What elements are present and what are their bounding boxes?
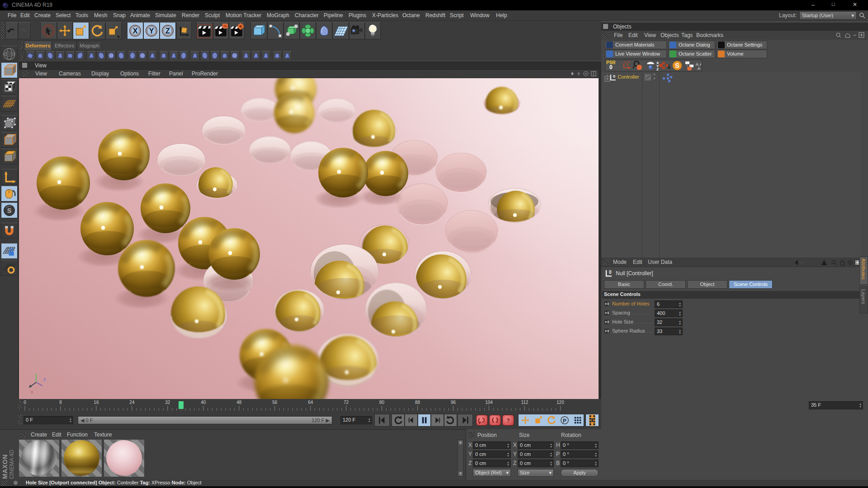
svg-text:40: 40	[201, 400, 206, 405]
svg-text:?: ?	[506, 417, 510, 424]
svg-text:24: 24	[129, 400, 135, 405]
svg-text:S: S	[675, 62, 679, 69]
svg-text:x: x	[31, 389, 33, 394]
svg-text:Z: Z	[656, 67, 659, 70]
svg-text:64: 64	[308, 400, 313, 405]
svg-text:0: 0	[24, 400, 26, 405]
svg-text:S: S	[7, 207, 12, 214]
svg-text:X: X	[133, 27, 138, 35]
svg-text:120: 120	[557, 400, 564, 405]
svg-text:80: 80	[379, 400, 385, 405]
svg-text:72: 72	[344, 400, 349, 405]
svg-text:56: 56	[272, 400, 278, 405]
svg-text:48: 48	[236, 400, 242, 405]
svg-text:0: 0	[609, 270, 612, 275]
svg-text:0: 0	[613, 74, 615, 79]
svg-text:88: 88	[415, 400, 420, 405]
svg-text:112: 112	[521, 400, 528, 405]
svg-text:P: P	[563, 418, 566, 423]
svg-text:104: 104	[485, 400, 493, 405]
svg-text:Z: Z	[165, 27, 170, 35]
svg-text:Y: Y	[149, 27, 154, 35]
svg-text:8: 8	[59, 400, 62, 405]
svg-text:96: 96	[451, 400, 456, 405]
svg-text:32: 32	[165, 400, 170, 405]
svg-text:16: 16	[94, 400, 99, 405]
svg-text:z: z	[43, 376, 46, 382]
